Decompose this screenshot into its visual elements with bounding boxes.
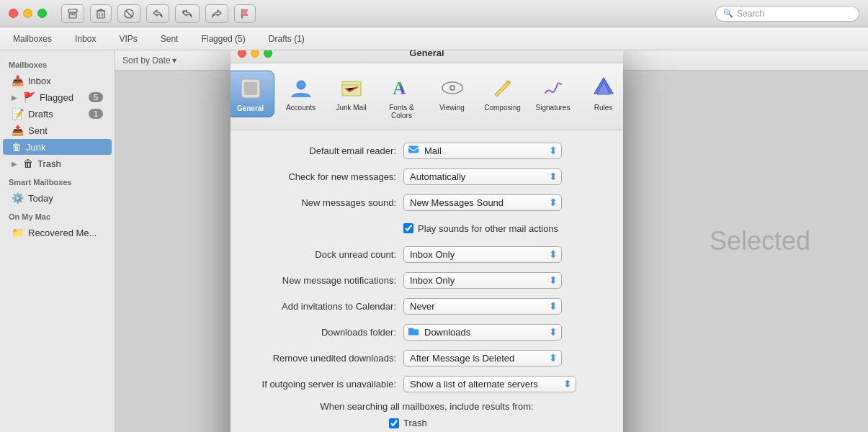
- svg-point-13: [297, 81, 305, 89]
- archive-button[interactable]: [61, 4, 84, 23]
- modal-title-bar: General: [231, 50, 623, 63]
- maximize-button[interactable]: [37, 9, 47, 18]
- sidebar-item-drafts[interactable]: 📝 Drafts 1: [3, 106, 112, 122]
- check-messages-control: Automatically Every Minute Every 5 Minut…: [403, 168, 609, 185]
- flag-button[interactable]: [234, 4, 256, 23]
- pref-tab-general[interactable]: General: [231, 71, 274, 117]
- content-area: Sort by Date ▾ Selected General: [115, 50, 868, 432]
- pref-tab-junk-label: Junk Mail: [336, 104, 366, 112]
- pref-row-play-sounds: Play sounds for other mail actions: [245, 220, 609, 237]
- remove-unedited-label: Remove unedited downloads:: [245, 353, 403, 364]
- sidebar-item-junk[interactable]: 🗑 Junk: [3, 139, 112, 155]
- play-sounds-checkbox[interactable]: [403, 223, 413, 233]
- sound-select[interactable]: New Messages Sound None: [403, 194, 562, 211]
- junk-button[interactable]: [117, 4, 140, 23]
- pref-tab-rules-label: Rules: [594, 104, 613, 112]
- trash-icon: 🗑: [23, 158, 33, 169]
- sound-label: New messages sound:: [245, 197, 403, 208]
- outgoing-select[interactable]: Show a list of alternate servers Automat…: [403, 376, 576, 392]
- notifications-control: Inbox Only All Mailboxes VIPs None ⬍: [403, 272, 609, 289]
- recovered-icon: 📁: [12, 227, 24, 238]
- prefs-toolbar: General Accounts Junk Mail: [231, 63, 623, 130]
- close-button[interactable]: [9, 9, 18, 18]
- search-icon: 🔍: [723, 9, 733, 18]
- tab-inbox[interactable]: Inbox: [69, 31, 102, 47]
- searching-title: When searching all mailboxes, include re…: [245, 401, 609, 412]
- default-email-select[interactable]: Mail: [403, 143, 562, 159]
- pref-tab-fonts[interactable]: A Fonts & Colors: [378, 71, 426, 124]
- pref-tab-signatures[interactable]: Signatures: [529, 71, 577, 116]
- pref-tab-junk[interactable]: Junk Mail: [328, 71, 375, 116]
- remove-unedited-control: After Message is Deleted Never When Mail…: [403, 350, 609, 366]
- modal-close-button[interactable]: [238, 50, 246, 58]
- tab-vips[interactable]: VIPs: [113, 31, 143, 47]
- dock-unread-select-wrapper: Inbox Only All Mailboxes ⬍: [403, 246, 562, 263]
- sidebar-item-trash[interactable]: ▶ 🗑 Trash: [3, 156, 112, 171]
- sound-select-wrapper: New Messages Sound None ⬍: [403, 194, 562, 211]
- invitations-select[interactable]: Never Automatically Ask: [403, 298, 562, 315]
- modal-minimize-button[interactable]: [251, 50, 259, 58]
- tab-sent[interactable]: Sent: [155, 31, 184, 47]
- pref-tab-viewing[interactable]: Viewing: [429, 71, 476, 116]
- downloads-select[interactable]: Downloads: [403, 324, 562, 341]
- pref-tab-rules[interactable]: Rules: [580, 71, 624, 116]
- title-bar: 🔍 Search: [0, 0, 868, 27]
- search-bar[interactable]: 🔍 Search: [715, 6, 859, 22]
- default-email-label: Default email reader:: [245, 145, 403, 156]
- pref-row-remove-unedited: Remove unedited downloads: After Message…: [245, 349, 609, 366]
- pref-tab-composing[interactable]: Composing: [479, 71, 527, 116]
- inbox-icon: 📥: [12, 75, 24, 86]
- reply-button[interactable]: [146, 4, 169, 23]
- drafts-badge: 1: [89, 109, 103, 119]
- outgoing-select-wrapper: Show a list of alternate servers Automat…: [403, 376, 576, 392]
- dock-unread-control: Inbox Only All Mailboxes ⬍: [403, 246, 609, 263]
- svg-text:A: A: [393, 78, 406, 99]
- check-messages-label: Check for new messages:: [245, 171, 403, 182]
- searching-checkboxes: Trash Junk Encrypted Messages: [245, 418, 609, 432]
- svg-rect-1: [69, 13, 76, 18]
- svg-rect-12: [244, 82, 257, 95]
- pref-tab-fonts-label: Fonts & Colors: [385, 104, 419, 120]
- pref-tab-accounts[interactable]: Accounts: [277, 71, 325, 116]
- downloads-control: Downloads ⬍: [403, 324, 609, 341]
- pref-row-dock-unread: Dock unread count: Inbox Only All Mailbo…: [245, 246, 609, 263]
- pref-row-notifications: New message notifications: Inbox Only Al…: [245, 271, 609, 289]
- tab-drafts[interactable]: Drafts (1): [263, 31, 310, 47]
- sidebar-item-recovered[interactable]: 📁 Recovered Me...: [3, 225, 112, 240]
- sidebar-item-sent[interactable]: 📤 Sent: [3, 122, 112, 138]
- flagged-icon: 🚩: [23, 91, 35, 103]
- sidebar-item-today[interactable]: ⚙️ Today: [3, 190, 112, 206]
- search-trash-checkbox[interactable]: [389, 418, 399, 428]
- remove-unedited-select[interactable]: After Message is Deleted Never When Mail…: [403, 350, 562, 366]
- invitations-label: Add invitations to Calendar:: [245, 301, 403, 312]
- pref-row-outgoing: If outgoing server is unavailable: Show …: [245, 375, 609, 392]
- toolbar-buttons: [61, 4, 256, 23]
- remove-unedited-select-wrapper: After Message is Deleted Never When Mail…: [403, 350, 562, 366]
- pref-row-downloads: Downloads folder: Downloads ⬍: [245, 323, 609, 341]
- pref-tab-viewing-label: Viewing: [439, 104, 465, 112]
- sidebar-item-inbox[interactable]: 📥 Inbox: [3, 73, 112, 89]
- pref-row-sound: New messages sound: New Messages Sound N…: [245, 194, 609, 211]
- sidebar-item-flagged[interactable]: ▶ 🚩 Flagged 5: [3, 89, 112, 105]
- notifications-select[interactable]: Inbox Only All Mailboxes VIPs None: [403, 272, 562, 289]
- dock-unread-select[interactable]: Inbox Only All Mailboxes: [403, 246, 562, 263]
- general-icon: [238, 76, 264, 102]
- pref-tab-composing-label: Composing: [484, 104, 521, 112]
- pref-row-invitations: Add invitations to Calendar: Never Autom…: [245, 297, 609, 315]
- minimize-button[interactable]: [23, 9, 32, 18]
- modal-maximize-button[interactable]: [264, 50, 272, 58]
- outgoing-label: If outgoing server is unavailable:: [245, 379, 403, 390]
- delete-button[interactable]: [90, 4, 112, 23]
- today-icon: ⚙️: [12, 192, 24, 204]
- traffic-lights: [9, 9, 47, 18]
- reply-all-button[interactable]: [175, 4, 200, 23]
- invitations-select-wrapper: Never Automatically Ask ⬍: [403, 298, 562, 315]
- tab-mailboxes[interactable]: Mailboxes: [7, 31, 58, 47]
- tab-flagged[interactable]: Flagged (5): [195, 31, 251, 47]
- modal-title: General: [409, 50, 444, 58]
- pref-tab-accounts-label: Accounts: [286, 104, 316, 112]
- notifications-label: New message notifications:: [245, 275, 403, 286]
- sort-arrow: ▾: [172, 55, 176, 66]
- check-messages-select[interactable]: Automatically Every Minute Every 5 Minut…: [403, 168, 562, 185]
- forward-button[interactable]: [205, 4, 228, 23]
